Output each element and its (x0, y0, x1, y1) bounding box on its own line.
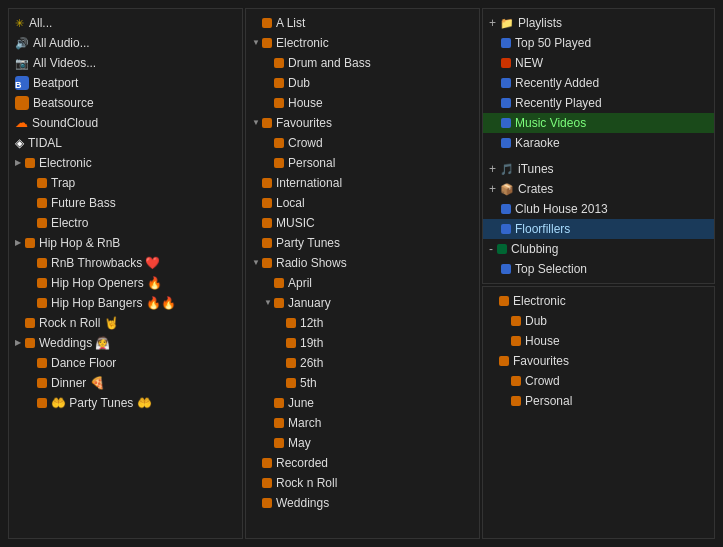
item-label: Playlists (518, 14, 562, 32)
list-item-recently-played[interactable]: Recently Played (483, 93, 714, 113)
list-item-12th[interactable]: 12th (246, 313, 479, 333)
item-label: Crowd (288, 134, 323, 152)
list-item-music[interactable]: MUSIC (246, 213, 479, 233)
list-item-electronic[interactable]: ▼Electronic (246, 33, 479, 53)
item-label: Hip Hop Bangers 🔥🔥 (51, 294, 176, 312)
list-item-electronic[interactable]: ▶Electronic (9, 153, 242, 173)
right-top-panel[interactable]: +📁PlaylistsTop 50 PlayedNEWRecently Adde… (482, 8, 715, 284)
list-item-dub[interactable]: Dub (483, 311, 714, 331)
list-item-radio-shows[interactable]: ▼Radio Shows (246, 253, 479, 273)
list-item-electro[interactable]: Electro (9, 213, 242, 233)
list-item-hiphop[interactable]: ▶Hip Hop & RnB (9, 233, 242, 253)
item-label: 26th (300, 354, 323, 372)
list-item-party-tunes[interactable]: 🤲 Party Tunes 🤲 (9, 393, 242, 413)
list-item-local[interactable]: Local (246, 193, 479, 213)
list-item-international[interactable]: International (246, 173, 479, 193)
item-label: May (288, 434, 311, 452)
item-label: Recorded (276, 454, 328, 472)
list-item-weddings[interactable]: ▶Weddings 👰 (9, 333, 242, 353)
list-item-future-bass[interactable]: Future Bass (9, 193, 242, 213)
list-item-rocknroll[interactable]: Rock n Roll (246, 473, 479, 493)
list-item-june[interactable]: June (246, 393, 479, 413)
folder-arrow: ▼ (252, 254, 260, 272)
item-label: Floorfillers (515, 220, 570, 238)
list-item-new[interactable]: NEW (483, 53, 714, 73)
list-item-march[interactable]: March (246, 413, 479, 433)
list-item-house[interactable]: House (246, 93, 479, 113)
list-item-favourites[interactable]: ▼Favourites (246, 113, 479, 133)
soundcloud-icon: ☁ (15, 114, 28, 132)
list-item-floorfillers[interactable]: Floorfillers (483, 219, 714, 239)
middle-panel[interactable]: A List▼ElectronicDrum and BassDubHouse▼F… (245, 8, 480, 539)
list-item-favourites[interactable]: Favourites (483, 351, 714, 371)
item-label: Top 50 Played (515, 34, 591, 52)
list-item-dancefloor[interactable]: Dance Floor (9, 353, 242, 373)
list-item-clubhouse[interactable]: Club House 2013 (483, 199, 714, 219)
item-label: Top Selection (515, 260, 587, 278)
video-icon: 📷 (15, 54, 29, 72)
list-item-weddings[interactable]: Weddings (246, 493, 479, 513)
item-label: Recently Played (515, 94, 602, 112)
list-item-rocknroll[interactable]: Rock n Roll 🤘 (9, 313, 242, 333)
list-item-house[interactable]: House (483, 331, 714, 351)
item-label: June (288, 394, 314, 412)
list-item-beatsource[interactable]: Beatsource (9, 93, 242, 113)
list-item-5th[interactable]: 5th (246, 373, 479, 393)
item-label: Clubbing (511, 240, 558, 258)
list-item-playlists-header[interactable]: +📁Playlists (483, 13, 714, 33)
list-item-dub[interactable]: Dub (246, 73, 479, 93)
list-item-beatport[interactable]: BBeatport (9, 73, 242, 93)
list-item-rnb[interactable]: RnB Throwbacks ❤️ (9, 253, 242, 273)
list-item-party-tunes[interactable]: Party Tunes (246, 233, 479, 253)
list-item-hiphop-openers[interactable]: Hip Hop Openers 🔥 (9, 273, 242, 293)
list-item-personal[interactable]: Personal (246, 153, 479, 173)
list-item-itunes[interactable]: +🎵iTunes (483, 159, 714, 179)
item-label: Karaoke (515, 134, 560, 152)
list-item-january[interactable]: ▼January (246, 293, 479, 313)
list-item-soundcloud[interactable]: ☁SoundCloud (9, 113, 242, 133)
list-item-electronic[interactable]: Electronic (483, 291, 714, 311)
item-label: March (288, 414, 321, 432)
list-item-top-selection[interactable]: Top Selection (483, 259, 714, 279)
list-item-personal[interactable]: Personal (483, 391, 714, 411)
list-item-alist[interactable]: A List (246, 13, 479, 33)
item-label: Rock n Roll 🤘 (39, 314, 119, 332)
left-panel[interactable]: ✳All...🔊All Audio...📷All Videos...BBeatp… (8, 8, 243, 539)
list-item-drum-bass[interactable]: Drum and Bass (246, 53, 479, 73)
item-label: Rock n Roll (276, 474, 337, 492)
list-item-all[interactable]: ✳All... (9, 13, 242, 33)
list-item-april[interactable]: April (246, 273, 479, 293)
list-item-may[interactable]: May (246, 433, 479, 453)
item-label: January (288, 294, 331, 312)
list-item-trap[interactable]: Trap (9, 173, 242, 193)
list-item-all-audio[interactable]: 🔊All Audio... (9, 33, 242, 53)
right-bottom-panel[interactable]: ElectronicDubHouseFavouritesCrowdPersona… (482, 286, 715, 539)
list-item-hiphop-bangers[interactable]: Hip Hop Bangers 🔥🔥 (9, 293, 242, 313)
list-item-top50[interactable]: Top 50 Played (483, 33, 714, 53)
item-label: Local (276, 194, 305, 212)
list-item-dinner[interactable]: Dinner 🍕 (9, 373, 242, 393)
crates-icon: 📦 (500, 180, 514, 198)
item-label: MUSIC (276, 214, 315, 232)
expand-icon: + (489, 180, 496, 198)
item-label: 12th (300, 314, 323, 332)
item-label: Drum and Bass (288, 54, 371, 72)
item-label: iTunes (518, 160, 554, 178)
list-item-crowd[interactable]: Crowd (483, 371, 714, 391)
list-item-clubbing[interactable]: -Clubbing (483, 239, 714, 259)
list-item-19th[interactable]: 19th (246, 333, 479, 353)
list-item-recorded[interactable]: Recorded (246, 453, 479, 473)
list-item-crates[interactable]: +📦Crates (483, 179, 714, 199)
folder-arrow: ▼ (252, 34, 260, 52)
folder-arrow: ▶ (15, 154, 23, 172)
list-item-recently-added[interactable]: Recently Added (483, 73, 714, 93)
list-item-26th[interactable]: 26th (246, 353, 479, 373)
list-item-music-videos[interactable]: Music Videos (483, 113, 714, 133)
list-item-karaoke[interactable]: Karaoke (483, 133, 714, 153)
list-item-all-videos[interactable]: 📷All Videos... (9, 53, 242, 73)
list-item-tidal[interactable]: ◈TIDAL (9, 133, 242, 153)
item-label: Dance Floor (51, 354, 116, 372)
item-label: All Audio... (33, 34, 90, 52)
list-item-crowd[interactable]: Crowd (246, 133, 479, 153)
item-label: Electronic (513, 292, 566, 310)
